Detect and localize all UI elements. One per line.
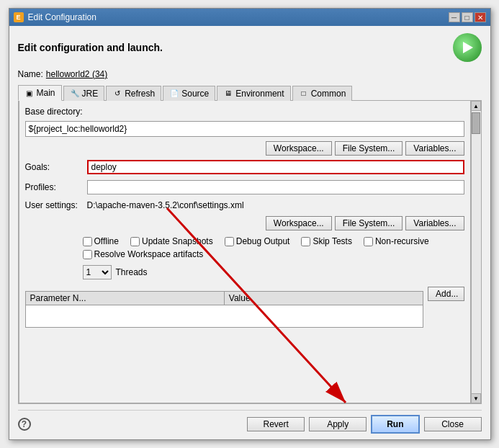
profiles-input[interactable] bbox=[87, 180, 464, 194]
main-tab-icon: ▣ bbox=[24, 88, 35, 98]
goals-row: Goals: bbox=[25, 160, 464, 174]
profiles-row: Profiles: bbox=[25, 180, 464, 194]
debug-output-checkbox[interactable] bbox=[225, 237, 234, 246]
user-settings-label: User settings: bbox=[25, 200, 83, 210]
threads-row: 1 2 4 Threads bbox=[83, 265, 464, 279]
variables-button-2[interactable]: Variables... bbox=[405, 216, 464, 230]
user-settings-row: User settings: D:\apache-maven-3.5.2\con… bbox=[25, 200, 464, 210]
non-recursive-checkbox[interactable] bbox=[364, 237, 373, 246]
help-icon[interactable]: ? bbox=[18, 418, 31, 431]
skip-tests-label: Skip Tests bbox=[313, 236, 351, 246]
debug-output-label: Debug Output bbox=[236, 236, 290, 246]
tab-env-label: Environment bbox=[235, 89, 284, 99]
run-icon-button[interactable] bbox=[453, 33, 482, 62]
threads-label: Threads bbox=[116, 267, 148, 277]
param-col2: Value bbox=[225, 292, 423, 305]
tab-source[interactable]: 📄 Source bbox=[163, 86, 215, 101]
close-window-button[interactable]: ✕ bbox=[475, 12, 486, 22]
env-tab-icon: 🖥 bbox=[223, 89, 233, 99]
checkbox-update-snapshots[interactable]: Update Snapshots bbox=[130, 236, 213, 246]
workspace-button-1[interactable]: Workspace... bbox=[266, 141, 332, 156]
workspace-button-2[interactable]: Workspace... bbox=[266, 216, 332, 230]
name-label: Name: bbox=[18, 69, 43, 79]
checkbox-skip-tests[interactable]: Skip Tests bbox=[301, 236, 351, 246]
checkbox-non-recursive[interactable]: Non-recursive bbox=[364, 236, 429, 246]
threads-select[interactable]: 1 2 4 bbox=[83, 265, 112, 279]
checkbox-offline[interactable]: Offline bbox=[83, 236, 119, 246]
tab-environment[interactable]: 🖥 Environment bbox=[217, 86, 290, 101]
add-button[interactable]: Add... bbox=[428, 287, 464, 301]
tab-common[interactable]: □ Common bbox=[292, 86, 353, 101]
window-title: Edit Configuration bbox=[28, 12, 96, 22]
user-settings-value: D:\apache-maven-3.5.2\conf\settings.xml bbox=[87, 200, 464, 210]
tab-main-label: Main bbox=[37, 88, 55, 98]
tab-jre-label: JRE bbox=[82, 89, 99, 99]
scroll-up-arrow[interactable]: ▲ bbox=[471, 101, 481, 111]
resolve-workspace-checkbox[interactable] bbox=[83, 250, 92, 259]
non-recursive-label: Non-recursive bbox=[375, 236, 429, 246]
offline-label: Offline bbox=[94, 236, 119, 246]
tab-jre[interactable]: 🔧 JRE bbox=[63, 86, 105, 101]
param-col1: Parameter N... bbox=[26, 292, 225, 305]
base-directory-label: Base directory: bbox=[25, 107, 464, 117]
variables-button-1[interactable]: Variables... bbox=[405, 141, 464, 156]
goals-label: Goals: bbox=[25, 162, 83, 172]
dir-buttons-row: Workspace... File System... Variables... bbox=[25, 141, 464, 156]
scroll-thumb[interactable] bbox=[472, 112, 480, 134]
window-controls: ─ □ ✕ bbox=[449, 12, 486, 22]
checkbox-resolve-workspace[interactable]: Resolve Workspace artifacts bbox=[83, 249, 464, 259]
tab-main[interactable]: ▣ Main bbox=[18, 85, 62, 101]
offline-checkbox[interactable] bbox=[83, 237, 92, 246]
checkbox-debug-output[interactable]: Debug Output bbox=[225, 236, 290, 246]
refresh-tab-icon: ↺ bbox=[112, 89, 122, 99]
profiles-label: Profiles: bbox=[25, 182, 83, 192]
file-system-button-1[interactable]: File System... bbox=[335, 141, 403, 156]
vertical-scrollbar[interactable]: ▲ ▼ bbox=[471, 101, 481, 403]
header-section: Edit configuration and launch. bbox=[18, 33, 482, 62]
dialog-close-button[interactable]: Close bbox=[424, 417, 482, 431]
param-body bbox=[26, 305, 423, 327]
file-system-button-2[interactable]: File System... bbox=[335, 216, 403, 230]
tab-source-label: Source bbox=[181, 89, 209, 99]
user-settings-buttons-row: Workspace... File System... Variables... bbox=[25, 216, 464, 230]
param-section: Parameter N... Value Add... bbox=[25, 287, 464, 328]
tabs-bar: ▣ Main 🔧 JRE ↺ Refresh 📄 Source 🖥 E bbox=[18, 85, 482, 101]
run-button[interactable]: Run bbox=[371, 415, 419, 434]
maximize-button[interactable]: □ bbox=[462, 12, 473, 22]
scroll-down-arrow[interactable]: ▼ bbox=[471, 393, 481, 403]
update-snapshots-checkbox[interactable] bbox=[130, 237, 140, 246]
jre-tab-icon: 🔧 bbox=[70, 89, 80, 99]
dialog-title: Edit configuration and launch. bbox=[18, 42, 163, 53]
bottom-buttons: ? Revert Apply Run Close bbox=[18, 410, 482, 434]
param-table: Parameter N... Value bbox=[25, 291, 424, 328]
name-row: Name: helloworld2 (34) bbox=[18, 69, 482, 79]
update-snapshots-label: Update Snapshots bbox=[142, 236, 213, 246]
checkboxes-group: Offline Update Snapshots Debug Output bbox=[83, 236, 464, 259]
common-tab-icon: □ bbox=[299, 89, 309, 99]
tab-refresh[interactable]: ↺ Refresh bbox=[106, 86, 161, 101]
revert-button[interactable]: Revert bbox=[247, 417, 305, 431]
window-icon: E bbox=[14, 12, 24, 22]
tab-refresh-label: Refresh bbox=[125, 89, 155, 99]
title-bar: E Edit Configuration ─ □ ✕ bbox=[9, 9, 490, 26]
skip-tests-checkbox[interactable] bbox=[301, 237, 310, 246]
main-panel: Base directory: Workspace... File System… bbox=[19, 101, 471, 403]
resolve-workspace-label: Resolve Workspace artifacts bbox=[94, 249, 204, 259]
tab-common-label: Common bbox=[311, 89, 346, 99]
param-header: Parameter N... Value bbox=[26, 292, 423, 305]
base-directory-input[interactable] bbox=[25, 121, 464, 137]
name-value: helloworld2 (34) bbox=[46, 69, 107, 79]
source-tab-icon: 📄 bbox=[169, 89, 179, 99]
scroll-track bbox=[472, 111, 480, 393]
apply-button[interactable]: Apply bbox=[309, 417, 367, 431]
goals-input[interactable] bbox=[87, 160, 464, 174]
minimize-button[interactable]: ─ bbox=[449, 12, 460, 22]
